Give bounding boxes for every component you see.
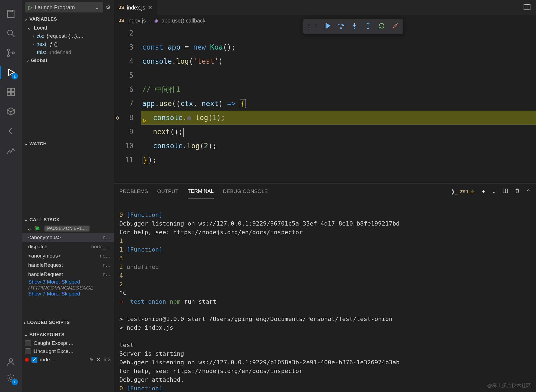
step-over-icon[interactable] [337, 22, 345, 31]
chevron-down-icon: ⌄ [27, 225, 32, 232]
stack-frame[interactable]: handleRequestn… [22, 270, 114, 279]
step-into-icon[interactable] [350, 22, 359, 31]
stack-frame[interactable]: <anonymous>in… [22, 233, 114, 242]
launch-config-dropdown[interactable]: ▷ Launch Program ⌄ [25, 2, 103, 12]
run-debug-icon[interactable]: 1 [4, 66, 17, 79]
chevron-right-icon: › [27, 57, 29, 63]
svg-point-5 [7, 55, 9, 57]
bc-file[interactable]: index.js [127, 18, 146, 24]
disconnect-icon[interactable] [391, 22, 399, 31]
chevron-right-icon: › [149, 18, 151, 24]
bp-caught[interactable]: Caught Excepti… [22, 339, 114, 347]
svg-rect-1 [8, 10, 14, 18]
play-icon: ▷ [28, 4, 33, 11]
watch-header[interactable]: ⌄WATCH [22, 139, 114, 148]
new-terminal-icon[interactable]: ＋ [481, 188, 486, 195]
split-terminal-icon[interactable] [502, 188, 508, 195]
svg-point-14 [10, 377, 12, 380]
graph-icon[interactable] [4, 144, 17, 157]
chevron-down-icon: ⌄ [27, 25, 31, 31]
svg-rect-11 [11, 92, 15, 96]
tab-debug-console[interactable]: DEBUG CONSOLE [223, 185, 268, 198]
show-more-frames[interactable]: Show 3 More: Skipped [22, 279, 114, 285]
package-icon[interactable] [4, 105, 17, 118]
svg-point-19 [340, 28, 342, 29]
close-icon[interactable]: ✕ [97, 356, 101, 363]
callstack-header[interactable]: ⌄CALL STACK [22, 215, 114, 224]
svg-point-2 [8, 30, 12, 35]
chevron-down-icon[interactable]: ⌄ [492, 188, 496, 195]
debug-toolbar[interactable]: ⋮⋮ [303, 19, 403, 34]
bottom-panel: PROBLEMS OUTPUT TERMINAL DEBUG CONSOLE ❯… [114, 183, 536, 392]
split-editor-icon[interactable] [523, 3, 531, 12]
extensions-icon[interactable] [4, 85, 17, 98]
var-ctx[interactable]: ›ctx: {request: {…},… [25, 32, 114, 40]
chevron-down-icon: ⌄ [24, 217, 28, 223]
terminal-shell[interactable]: ❯_zsh⚠ [451, 188, 475, 195]
chevron-right-icon: › [24, 320, 25, 325]
scope-global[interactable]: ›Global [25, 56, 114, 65]
close-icon[interactable]: ✕ [148, 4, 152, 11]
panel-tabs: PROBLEMS OUTPUT TERMINAL DEBUG CONSOLE ❯… [114, 184, 536, 199]
bc-symbol[interactable]: app.use() callback [161, 18, 205, 24]
explorer-icon[interactable] [4, 7, 17, 20]
search-icon[interactable] [4, 27, 17, 40]
code-editor[interactable]: 2 3 4 5 6 7 ◇8 9 10 11 ▷ const app = new… [114, 26, 536, 183]
svg-point-6 [12, 52, 14, 54]
show-more-frames[interactable]: Show 7 More: Skipped [22, 291, 114, 297]
debug-badge: 1 [11, 73, 18, 79]
step-out-icon[interactable] [364, 22, 372, 31]
source-control-icon[interactable] [4, 46, 17, 59]
stack-frame[interactable]: dispatchnode_… [22, 242, 114, 251]
tab-output[interactable]: OUTPUT [157, 185, 178, 198]
stack-frame[interactable]: handleRequestn… [22, 261, 114, 270]
tab-terminal[interactable]: TERMINAL [188, 184, 214, 198]
scope-local[interactable]: ⌄Local [25, 24, 114, 32]
continue-icon[interactable] [323, 22, 331, 31]
gear-icon[interactable]: ⚙ [106, 4, 111, 11]
text-cursor [183, 128, 184, 137]
svg-marker-18 [326, 23, 330, 28]
var-this[interactable]: this: undefined [25, 48, 114, 56]
account-icon[interactable] [4, 355, 17, 368]
chevron-down-icon: ⌄ [95, 4, 100, 11]
settings-icon[interactable]: 1 [4, 372, 17, 385]
loaded-scripts-header[interactable]: ›LOADED SCRIPTS [22, 318, 114, 327]
svg-rect-9 [11, 88, 15, 92]
terminal-output[interactable]: 0 [Function] Debugger listening on ws://… [114, 199, 536, 392]
paused-badge: PAUSED ON BRE… [44, 226, 90, 232]
checkbox[interactable] [25, 348, 31, 354]
stack-source: HTTPINCOMINGMESSAGE [22, 285, 114, 291]
breakpoint-glyph-icon[interactable]: ◇ [116, 111, 119, 125]
svg-point-21 [354, 28, 355, 29]
breakpoints-header[interactable]: ⌄BREAKPOINTS [22, 330, 114, 339]
variables-header[interactable]: ⌄VARIABLES [22, 15, 114, 24]
paused-row[interactable]: ⌄🪲PAUSED ON BRE… [22, 224, 114, 233]
checkbox[interactable]: ✓ [31, 357, 37, 363]
code-content[interactable]: ▷ const app = new Koa(); console.log('te… [141, 26, 536, 183]
js-file-icon: JS [119, 18, 124, 23]
tab-index-js[interactable]: JS index.js ✕ [114, 0, 158, 15]
grip-icon[interactable]: ⋮⋮ [307, 23, 318, 30]
warning-icon: ⚠ [470, 188, 475, 195]
bp-position: 8:3 [104, 356, 111, 363]
chevron-down-icon: ⌄ [24, 16, 28, 22]
tab-problems[interactable]: PROBLEMS [119, 185, 148, 198]
checkbox[interactable] [25, 340, 31, 346]
chevron-down-icon: ⌄ [24, 332, 28, 338]
gutter[interactable]: 2 3 4 5 6 7 ◇8 9 10 11 [114, 26, 141, 183]
restart-icon[interactable] [378, 22, 386, 31]
chevron-up-icon[interactable]: ⌃ [526, 188, 531, 195]
tab-label: index.js [127, 5, 145, 11]
bp-uncaught[interactable]: Uncaught Exce… [22, 347, 114, 355]
stack-frame[interactable]: <anonymous>no… [22, 251, 114, 261]
trash-icon[interactable] [514, 188, 520, 195]
bp-file[interactable]: ✓ inde… ✎ ✕ 8:3 [22, 355, 114, 364]
debug-sidebar: ▷ Launch Program ⌄ ⚙ ⌄VARIABLES ⌄Local ›… [22, 0, 114, 392]
js-file-icon: JS [119, 5, 124, 10]
watermark: @稀土掘金技术社区 [487, 382, 531, 389]
edit-icon[interactable]: ✎ [90, 356, 94, 363]
back-icon[interactable] [4, 124, 17, 137]
var-next[interactable]: ›next: ƒ () [25, 40, 114, 48]
chevron-down-icon: ⌄ [24, 141, 28, 147]
